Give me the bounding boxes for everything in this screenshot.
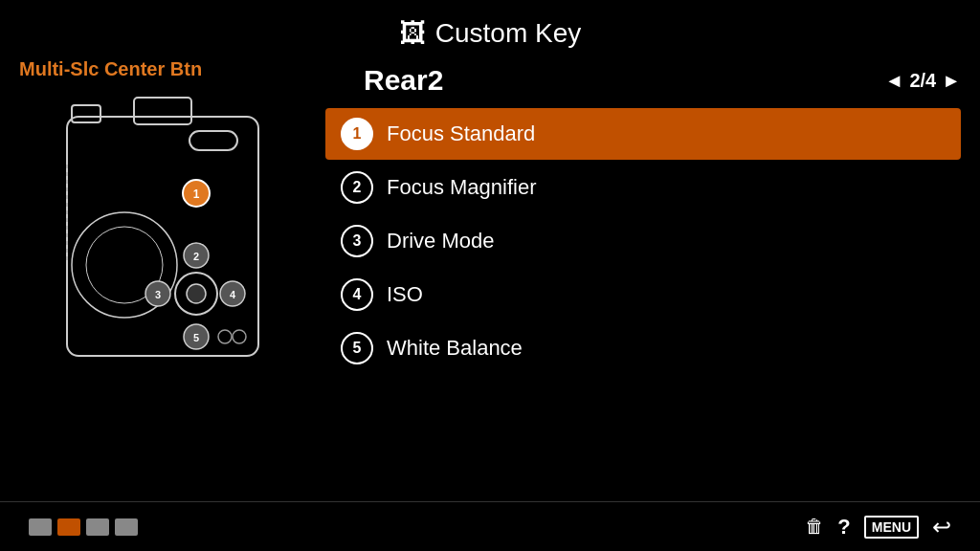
menu-item-1-num: 1 (341, 118, 373, 150)
section-title: Rear2 (364, 64, 443, 97)
svg-text:5: 5 (193, 332, 199, 343)
menu-item-1-label: Focus Standard (387, 121, 535, 146)
pagination-right[interactable]: ► (942, 70, 961, 92)
title-icon: 🖼 (399, 17, 426, 49)
svg-text:2: 2 (193, 251, 199, 262)
section-header: Rear2 ◄ 2/4 ► (325, 58, 961, 108)
svg-rect-1 (134, 98, 191, 124)
camera-svg: 1 2 3 4 5 (48, 88, 278, 385)
color-dot-1 (29, 518, 52, 536)
menu-item-2-num: 2 (341, 171, 373, 204)
menu-item-5-num: 5 (341, 332, 373, 364)
pagination-text: 2/4 (909, 70, 936, 92)
menu-item-3[interactable]: 3 Drive Mode (325, 215, 961, 267)
color-dot-3 (86, 518, 109, 536)
svg-point-15 (233, 330, 246, 343)
color-dot-2 (57, 518, 80, 536)
bottom-bar: 🗑 ? MENU ↩ (0, 501, 980, 551)
svg-rect-0 (67, 117, 258, 356)
pagination-left[interactable]: ◄ (885, 70, 904, 92)
menu-item-4-num: 4 (341, 278, 373, 311)
menu-item-4[interactable]: 4 ISO (325, 269, 961, 320)
menu-item-4-label: ISO (387, 282, 423, 307)
menu-item-2-label: Focus Magnifier (387, 175, 537, 200)
pagination: ◄ 2/4 ► (885, 70, 961, 92)
content-area: Multi-Slc Center Btn 1 (0, 58, 980, 404)
menu-item-2[interactable]: 2 Focus Magnifier (325, 162, 961, 213)
menu-item-3-label: Drive Mode (387, 229, 494, 253)
menu-side: Rear2 ◄ 2/4 ► 1 Focus Standard 2 Focus M… (325, 58, 961, 404)
menu-item-3-num: 3 (341, 225, 373, 257)
title-text: Custom Key (435, 18, 582, 49)
svg-text:1: 1 (193, 187, 200, 201)
svg-point-14 (218, 330, 232, 343)
svg-rect-5 (189, 131, 237, 150)
camera-diagram: 1 2 3 4 5 (48, 88, 278, 404)
camera-label: Multi-Slc Center Btn (19, 58, 306, 80)
menu-item-1[interactable]: 1 Focus Standard (325, 108, 961, 160)
svg-rect-2 (72, 105, 100, 122)
svg-text:3: 3 (155, 289, 161, 300)
delete-icon[interactable]: 🗑 (805, 516, 824, 538)
camera-side: Multi-Slc Center Btn 1 (19, 58, 306, 404)
bottom-icons: 🗑 ? MENU ↩ (805, 514, 951, 540)
page-title: 🖼 Custom Key (0, 0, 980, 58)
color-dots (29, 518, 138, 536)
svg-point-12 (187, 284, 206, 303)
color-dot-4 (115, 518, 138, 536)
menu-item-5-label: White Balance (387, 336, 523, 361)
menu-item-5[interactable]: 5 White Balance (325, 322, 961, 374)
menu-button[interactable]: MENU (864, 516, 919, 539)
help-icon[interactable]: ? (837, 515, 850, 540)
back-icon[interactable]: ↩ (932, 514, 951, 540)
svg-text:4: 4 (230, 289, 236, 300)
